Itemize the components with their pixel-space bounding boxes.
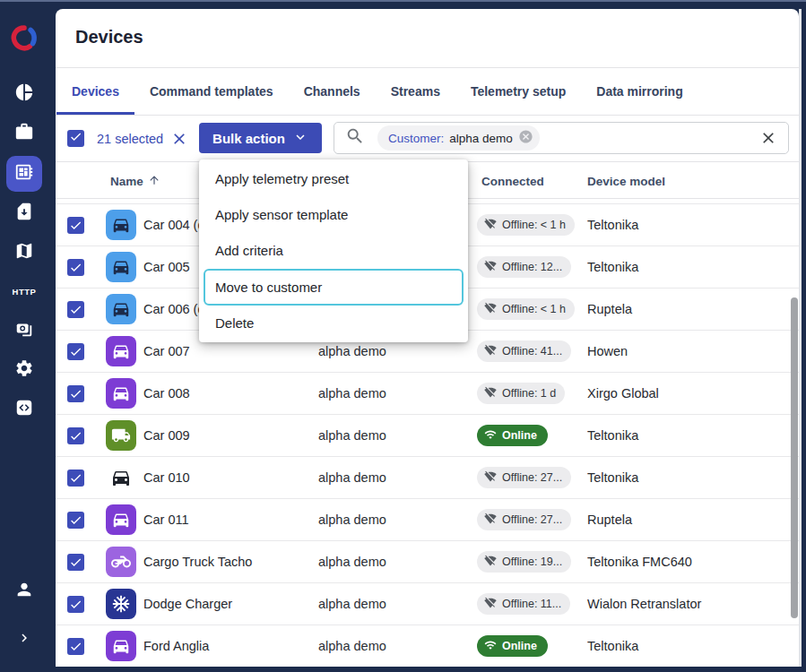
sidebar-item-tokens[interactable] xyxy=(6,392,42,427)
device-model: Teltonika xyxy=(587,457,638,498)
search-icon xyxy=(345,126,365,150)
wifi-off-icon xyxy=(484,344,497,359)
app-logo[interactable] xyxy=(7,22,41,56)
device-type-snowflake-icon xyxy=(106,589,136,619)
device-model: Wialon Retranslator xyxy=(587,583,701,625)
row-checkbox[interactable] xyxy=(67,512,84,529)
connection-status-badge: Offline: 11... xyxy=(477,593,570,615)
status-text: Offline: 19... xyxy=(502,556,562,568)
menu-item-add-criteria[interactable]: Add criteria xyxy=(199,233,468,269)
selection-toolbar: 21 selected Bulk action Customer: alpha … xyxy=(56,116,799,161)
device-row[interactable]: Cargo Truck Tachoalpha demoOffline: 19..… xyxy=(56,540,799,582)
row-checkbox[interactable] xyxy=(67,259,84,276)
sidebar-item-http[interactable]: HTTP xyxy=(6,273,42,309)
scrollbar-thumb[interactable] xyxy=(791,297,798,618)
status-text: Offline: < 1 h xyxy=(502,219,566,231)
row-checkbox[interactable] xyxy=(67,385,84,402)
connection-status-badge: Offline: < 1 h xyxy=(477,298,575,320)
row-checkbox[interactable] xyxy=(67,301,84,318)
tab-command-templates[interactable]: Command templates xyxy=(134,68,289,115)
content-card: Devices DevicesCommand templatesChannels… xyxy=(56,9,799,667)
connection-status-badge: Offline: 27... xyxy=(477,467,571,488)
app-window: HTTP Devices DevicesCommand templatesCha… xyxy=(0,0,806,672)
device-model: Teltonika xyxy=(587,625,638,667)
column-header-device-model[interactable]: Device model xyxy=(587,162,665,200)
menu-item-move-to-customer[interactable]: Move to customer xyxy=(204,269,464,306)
row-checkbox[interactable] xyxy=(67,596,84,613)
status-text: Offline: 41... xyxy=(502,345,562,358)
row-checkbox[interactable] xyxy=(67,217,84,234)
sidebar-item-settings[interactable] xyxy=(6,352,42,388)
menu-item-delete[interactable]: Delete xyxy=(199,306,468,341)
tab-data-mirroring[interactable]: Data mirroring xyxy=(581,68,698,115)
sidebar-item-storage[interactable] xyxy=(6,195,42,231)
device-model: Xirgo Global xyxy=(587,373,659,414)
device-row[interactable]: Ford Angliaalpha demoOnlineTeltonika xyxy=(56,625,799,667)
row-checkbox[interactable] xyxy=(67,638,84,655)
wifi-icon xyxy=(484,428,497,444)
filter-chip-customer[interactable]: Customer: alpha demo xyxy=(377,125,540,151)
status-text: Offline: 27... xyxy=(502,471,562,484)
sort-asc-icon xyxy=(148,174,160,189)
column-header-name[interactable]: Name xyxy=(110,162,160,200)
tab-streams[interactable]: Streams xyxy=(376,68,455,115)
connection-status-badge: Offline: 27... xyxy=(477,509,571,530)
title-bar: Devices xyxy=(56,9,799,68)
sidebar-item-toolbox[interactable] xyxy=(6,116,42,151)
device-customer: alpha demo xyxy=(318,625,386,667)
device-row[interactable]: Car 011alpha demoOffline: 27...Ruptela xyxy=(56,498,799,540)
device-row[interactable]: Car 010alpha demoOffline: 27...Teltonika xyxy=(56,456,799,498)
check-icon xyxy=(69,130,82,147)
bulk-action-label: Bulk action xyxy=(212,131,285,146)
menu-item-apply-sensor-template[interactable]: Apply sensor template xyxy=(199,197,468,233)
connection-status-badge: Offline: 1 d xyxy=(477,383,565,404)
clear-selection-icon[interactable] xyxy=(170,130,188,148)
device-name: Car 009 xyxy=(143,415,190,456)
pie-chart-icon xyxy=(14,82,34,106)
sidebar: HTTP xyxy=(0,2,50,672)
device-name: Ford Anglia xyxy=(143,625,209,667)
tab-telemetry-setup[interactable]: Telemetry setup xyxy=(455,68,581,115)
tab-channels[interactable]: Channels xyxy=(289,68,376,115)
device-type-car-icon xyxy=(106,210,136,240)
sidebar-item-dashboard[interactable] xyxy=(6,76,42,112)
search-clear-icon[interactable] xyxy=(759,129,777,147)
device-row[interactable]: Car 008alpha demoOffline: 1 dXirgo Globa… xyxy=(56,372,799,414)
device-model: Ruptela xyxy=(587,289,632,330)
chevron-down-icon xyxy=(292,129,308,148)
bulk-action-button[interactable]: Bulk action xyxy=(199,123,322,153)
row-checkbox[interactable] xyxy=(67,470,84,487)
connection-status-badge: Offline: < 1 h xyxy=(477,214,575,236)
menu-item-apply-telemetry-preset[interactable]: Apply telemetry preset xyxy=(199,161,468,197)
wifi-off-icon xyxy=(484,302,497,317)
wifi-icon xyxy=(484,639,497,654)
device-type-scooter-icon xyxy=(106,547,136,577)
briefcase-icon xyxy=(14,122,34,145)
connection-status-badge: Online xyxy=(477,635,548,657)
device-type-car-icon xyxy=(106,378,136,409)
sidebar-item-media[interactable] xyxy=(6,313,42,349)
device-type-car-icon xyxy=(106,336,136,366)
tab-devices[interactable]: Devices xyxy=(56,68,134,115)
device-row[interactable]: Dodge Chargeralpha demoOffline: 11...Wia… xyxy=(56,582,799,625)
row-checkbox[interactable] xyxy=(67,427,84,444)
sidebar-item-account[interactable] xyxy=(6,573,42,609)
row-checkbox[interactable] xyxy=(67,343,84,360)
search-input[interactable]: Customer: alpha demo xyxy=(334,122,789,154)
sidebar-item-map[interactable] xyxy=(6,235,42,271)
device-name: Cargo Truck Tacho xyxy=(143,541,252,582)
wifi-off-icon xyxy=(484,470,497,486)
device-name: Car 006 (d xyxy=(143,289,205,330)
chip-remove-icon[interactable] xyxy=(518,129,533,147)
device-row[interactable]: Car 009alpha demoOnlineTeltonika xyxy=(56,414,799,456)
row-checkbox[interactable] xyxy=(67,554,84,571)
sidebar-item-devices[interactable] xyxy=(6,156,42,192)
sidebar-item-expand[interactable] xyxy=(6,622,42,658)
select-all-checkbox[interactable] xyxy=(67,130,84,147)
wifi-off-icon xyxy=(484,555,497,570)
device-type-car-icon xyxy=(106,294,136,324)
user-icon xyxy=(14,580,34,603)
column-header-connected[interactable]: Connected xyxy=(481,162,544,200)
wifi-off-icon xyxy=(484,513,497,528)
device-type-car-icon xyxy=(106,462,136,493)
